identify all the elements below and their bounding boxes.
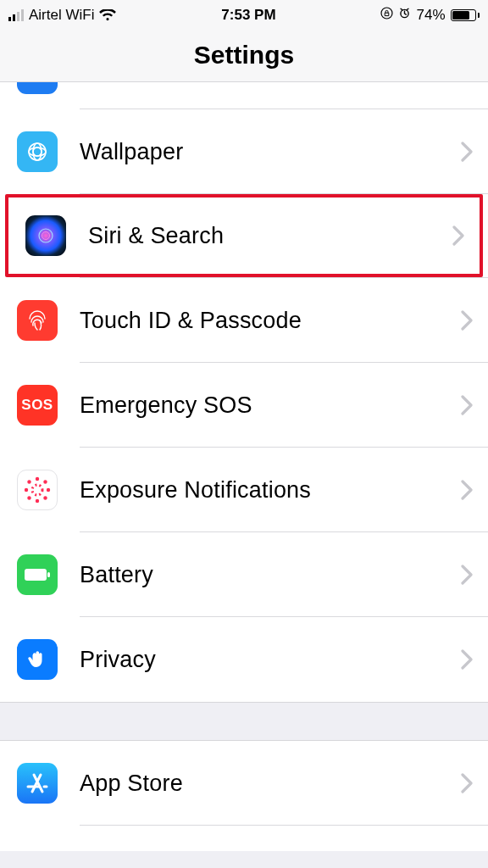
svg-point-15 — [27, 496, 30, 499]
settings-row-label: Privacy — [80, 647, 461, 673]
hand-icon — [17, 639, 58, 680]
exposure-icon — [17, 470, 58, 510]
svg-point-4 — [29, 147, 46, 156]
status-bar: Airtel WiFi 7:53 PM 74% — [0, 0, 488, 31]
settings-row-exposure-notifications[interactable]: Exposure Notifications — [0, 448, 488, 532]
settings-row-emergency-sos[interactable]: SOS Emergency SOS — [0, 363, 488, 448]
settings-row-label: Exposure Notifications — [80, 477, 461, 504]
siri-icon — [25, 215, 66, 256]
settings-row-label: Emergency SOS — [80, 392, 461, 419]
chevron-right-icon — [461, 565, 473, 585]
chevron-right-icon — [461, 649, 473, 670]
settings-row-privacy[interactable]: Privacy — [0, 617, 488, 702]
battery-percent-label: 74% — [416, 7, 445, 24]
svg-point-12 — [47, 488, 50, 492]
page-title: Settings — [0, 31, 488, 82]
settings-list: Wallpaper Siri & Search Touch ID & Passc… — [0, 82, 488, 851]
svg-point-8 — [32, 485, 42, 495]
settings-row-battery[interactable]: Battery — [0, 532, 488, 617]
alarm-icon — [398, 7, 411, 24]
app-store-icon — [17, 763, 58, 804]
orientation-lock-icon — [380, 7, 393, 24]
chevron-right-icon — [461, 395, 473, 415]
svg-point-10 — [36, 499, 39, 503]
status-time: 7:53 PM — [116, 7, 380, 24]
svg-rect-18 — [47, 572, 50, 577]
settings-row-label: Wallpaper — [80, 139, 461, 165]
settings-row-siri-search[interactable]: Siri & Search — [8, 198, 480, 274]
sos-icon: SOS — [17, 385, 58, 426]
settings-row-app-store[interactable]: App Store — [0, 741, 488, 826]
settings-row-wallpaper[interactable]: Wallpaper — [0, 109, 488, 194]
status-left: Airtel WiFi — [8, 7, 116, 24]
svg-point-5 — [33, 143, 42, 160]
cellular-signal-icon — [8, 9, 24, 21]
highlight-siri-search: Siri & Search — [5, 194, 483, 277]
chevron-right-icon — [461, 310, 473, 331]
chevron-right-icon — [461, 773, 473, 793]
fingerprint-icon — [17, 300, 58, 341]
settings-row-truncated-top[interactable] — [0, 82, 488, 109]
battery-icon — [451, 9, 480, 21]
svg-point-7 — [42, 232, 50, 240]
svg-point-6 — [39, 229, 53, 242]
settings-row-label: Battery — [80, 562, 461, 588]
settings-row-label: Touch ID & Passcode — [80, 308, 461, 334]
carrier-label: Airtel WiFi — [29, 7, 94, 24]
sos-icon-text: SOS — [21, 397, 53, 414]
svg-rect-17 — [25, 569, 47, 581]
wifi-icon — [99, 9, 116, 21]
svg-point-9 — [36, 477, 39, 481]
settings-row-label: App Store — [80, 771, 461, 797]
svg-point-3 — [33, 147, 42, 156]
section-gap — [0, 702, 488, 741]
svg-point-14 — [43, 480, 47, 483]
chevron-right-icon — [461, 142, 473, 162]
settings-row-label: Siri & Search — [88, 223, 452, 249]
battery-row-icon — [17, 554, 58, 595]
svg-point-16 — [43, 496, 47, 499]
wallpaper-icon — [17, 131, 58, 172]
svg-point-2 — [29, 143, 46, 160]
svg-point-11 — [25, 488, 28, 492]
chevron-right-icon — [452, 225, 464, 246]
chevron-right-icon — [461, 480, 473, 500]
settings-row-touchid[interactable]: Touch ID & Passcode — [0, 278, 488, 363]
accessibility-icon — [17, 82, 58, 94]
svg-point-13 — [27, 480, 30, 483]
status-right: 74% — [380, 7, 480, 24]
settings-row-truncated-bottom[interactable] — [0, 826, 488, 851]
